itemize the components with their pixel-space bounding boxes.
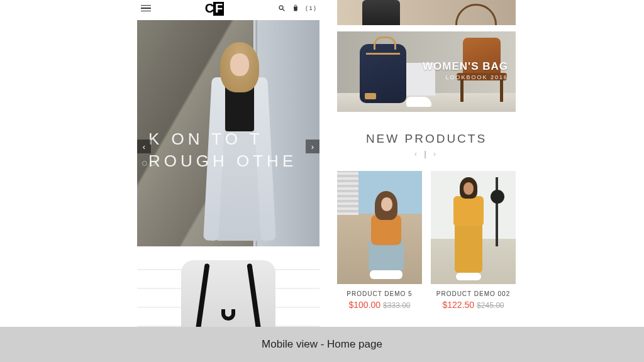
hero-pagination[interactable] xyxy=(142,161,155,166)
mobile-header: CF ( 1 ) xyxy=(137,0,319,20)
chevron-right-icon: › xyxy=(311,142,314,151)
chevron-left-icon: ‹ xyxy=(143,142,145,151)
search-icon[interactable] xyxy=(278,4,286,12)
hero-next-button[interactable]: › xyxy=(306,140,319,153)
hero-line-1: K ON TO T xyxy=(148,128,319,150)
promo-bag-subtitle: LOOKBOOK 2016 xyxy=(445,74,508,80)
logo-letter-f: F xyxy=(213,2,224,16)
bag-icon[interactable] xyxy=(292,4,299,12)
screenshot-caption: Mobile view - Home page xyxy=(0,327,644,362)
price-old: $245.00 xyxy=(477,301,504,310)
product-name: PRODUCT DEMO 002 xyxy=(431,290,516,297)
hero-slider[interactable]: K ON TO T ROUGH OTHE ‹ › xyxy=(137,20,319,246)
hero-overlay-text: K ON TO T ROUGH OTHE xyxy=(137,128,319,172)
carousel-prev-icon[interactable]: ‹ xyxy=(414,150,419,158)
price-old: $333.00 xyxy=(383,301,410,310)
backpack-graphic xyxy=(360,44,406,103)
product-name: PRODUCT DEMO 5 xyxy=(337,290,422,297)
site-logo[interactable]: CF xyxy=(205,1,225,16)
promo-bag-title: WOMEN'S BAG xyxy=(423,60,508,73)
hero-line-2: ROUGH OTHE xyxy=(148,150,319,172)
promo-tile-bag[interactable]: WOMEN'S BAG LOOKBOOK 2016 xyxy=(337,31,516,112)
product-carousel-nav: ‹ | › xyxy=(337,150,516,158)
product-price: $122.50$245.00 xyxy=(431,300,516,310)
caption-text: Mobile view - Home page xyxy=(262,338,382,351)
price-current: $100.00 xyxy=(349,300,381,310)
product-card[interactable]: PRODUCT DEMO 5 $100.00$333.00 xyxy=(337,171,422,310)
carousel-next-icon[interactable]: › xyxy=(433,150,438,158)
promo-tile-bike[interactable] xyxy=(337,0,516,25)
product-image xyxy=(431,171,516,284)
product-price: $100.00$333.00 xyxy=(337,300,422,310)
product-image xyxy=(337,171,422,284)
hero-prev-button[interactable]: ‹ xyxy=(137,140,151,153)
logo-letter-c: C xyxy=(205,1,213,15)
product-grid: PRODUCT DEMO 5 $100.00$333.00 PRODUCT DE… xyxy=(337,171,516,310)
product-card[interactable]: PRODUCT DEMO 002 $122.50$245.00 xyxy=(431,171,516,310)
cart-count: ( 1 ) xyxy=(306,5,316,11)
svg-point-0 xyxy=(279,6,283,9)
mobile-column-right: WOMEN'S BAG LOOKBOOK 2016 NEW PRODUCTS ‹… xyxy=(337,0,516,327)
section-title-new-products: NEW PRODUCTS xyxy=(337,132,516,146)
page-canvas: CF ( 1 ) xyxy=(0,0,644,327)
mobile-column-left: CF ( 1 ) xyxy=(137,0,319,327)
price-current: $122.50 xyxy=(443,300,475,310)
menu-icon[interactable] xyxy=(141,5,151,12)
header-actions: ( 1 ) xyxy=(278,4,316,12)
svg-line-1 xyxy=(282,9,284,11)
promo-tile-harness[interactable] xyxy=(137,260,319,327)
